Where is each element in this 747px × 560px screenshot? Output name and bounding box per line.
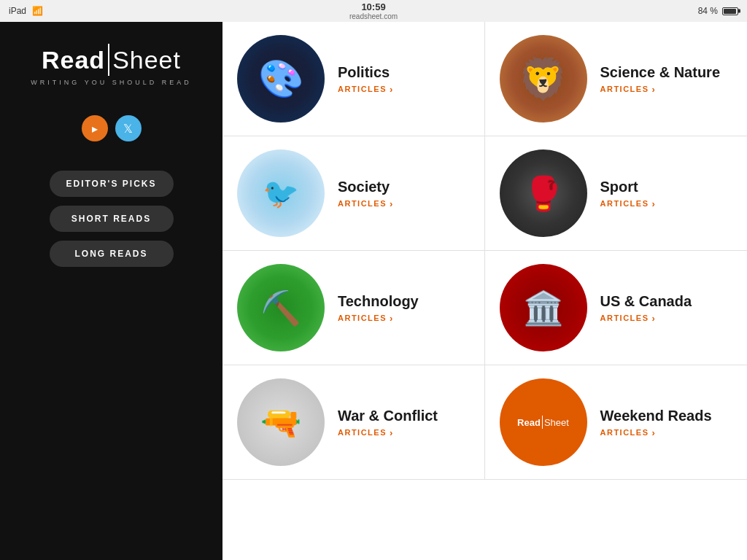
weekend-reads-info: Weekend Reads ARTICLES › xyxy=(600,407,712,438)
war-conflict-articles-label: ARTICLES xyxy=(338,428,387,437)
politics-image xyxy=(237,35,325,122)
category-cell-weekend-reads[interactable]: Read Sheet Weekend Reads ARTICLES › xyxy=(485,365,748,480)
logo-area: Read Sheet Writing You Should Read xyxy=(31,44,191,86)
society-image xyxy=(237,149,325,237)
wifi-icon: 📶 xyxy=(32,6,43,16)
technology-image xyxy=(237,264,325,351)
war-conflict-info: War & Conflict ARTICLES › xyxy=(338,407,438,438)
society-info: Society ARTICLES › xyxy=(338,178,394,209)
category-cell-technology[interactable]: Technology ARTICLES › xyxy=(222,251,485,365)
weekend-logo: Read Sheet xyxy=(500,378,587,466)
weekend-reads-articles-label: ARTICLES xyxy=(600,428,649,437)
status-bar: iPad 📶 10:59 readsheet.com 84 % xyxy=(0,0,747,22)
science-name: Science & Nature xyxy=(600,63,721,81)
category-grid: Politics ARTICLES › Science & Nature ART… xyxy=(222,22,747,480)
rss-button[interactable]: ▸ xyxy=(82,115,108,141)
logo-read: Read xyxy=(42,46,105,74)
short-reads-button[interactable]: SHORT READS xyxy=(50,206,174,232)
war-conflict-name: War & Conflict xyxy=(338,407,438,424)
ipad-label: iPad xyxy=(9,6,26,16)
main-content: Politics ARTICLES › Science & Nature ART… xyxy=(222,22,747,560)
social-icons: ▸ 𝕏 xyxy=(82,115,142,141)
science-info: Science & Nature ARTICLES › xyxy=(600,63,721,95)
status-center: 10:59 readsheet.com xyxy=(349,1,398,20)
logo-sheet: Sheet xyxy=(112,46,181,74)
long-reads-button[interactable]: LONG READS xyxy=(50,241,174,267)
status-time: 10:59 xyxy=(349,1,398,12)
twitter-button[interactable]: 𝕏 xyxy=(115,115,142,141)
sidebar: Read Sheet Writing You Should Read ▸ 𝕏 E… xyxy=(0,0,222,560)
us-canada-image xyxy=(500,264,587,351)
weekend-reads-arrow-icon: › xyxy=(652,427,657,438)
sport-articles-label: ARTICLES xyxy=(600,199,649,208)
editors-picks-button[interactable]: EDITOR'S PICKS xyxy=(50,171,174,197)
society-articles-link[interactable]: ARTICLES › xyxy=(338,198,394,209)
category-cell-society[interactable]: Society ARTICLES › xyxy=(222,136,485,251)
status-right: 84 % xyxy=(698,6,738,16)
category-cell-war-conflict[interactable]: War & Conflict ARTICLES › xyxy=(222,365,485,480)
category-cell-sport[interactable]: Sport ARTICLES › xyxy=(485,136,748,251)
technology-articles-link[interactable]: ARTICLES › xyxy=(338,313,419,324)
us-canada-arrow-icon: › xyxy=(652,313,657,324)
category-cell-us-canada[interactable]: US & Canada ARTICLES › xyxy=(485,251,748,365)
technology-arrow-icon: › xyxy=(390,313,394,324)
politics-arrow-icon: › xyxy=(390,84,394,95)
technology-info: Technology ARTICLES › xyxy=(338,292,419,324)
status-url: readsheet.com xyxy=(349,12,398,20)
battery-fill xyxy=(724,9,736,14)
sport-image xyxy=(500,149,587,237)
politics-articles-label: ARTICLES xyxy=(338,85,387,93)
weekend-reads-name: Weekend Reads xyxy=(600,407,712,424)
society-articles-label: ARTICLES xyxy=(338,199,387,208)
society-arrow-icon: › xyxy=(390,198,394,209)
us-canada-name: US & Canada xyxy=(600,292,692,310)
sport-name: Sport xyxy=(600,178,657,195)
weekend-reads-image: Read Sheet xyxy=(500,378,587,466)
logo-divider xyxy=(108,44,109,76)
battery-percentage: 84 % xyxy=(698,6,718,16)
us-canada-info: US & Canada ARTICLES › xyxy=(600,292,692,324)
science-articles-label: ARTICLES xyxy=(600,85,649,93)
weekend-logo-read: Read xyxy=(517,417,541,428)
status-left: iPad 📶 xyxy=(9,6,43,16)
sport-articles-link[interactable]: ARTICLES › xyxy=(600,198,657,209)
us-canada-articles-label: ARTICLES xyxy=(600,314,649,322)
technology-articles-label: ARTICLES xyxy=(338,314,387,322)
logo: Read Sheet xyxy=(42,44,181,76)
politics-articles-link[interactable]: ARTICLES › xyxy=(338,84,394,95)
weekend-logo-sheet: Sheet xyxy=(544,417,569,428)
politics-info: Politics ARTICLES › xyxy=(338,63,394,95)
battery-icon xyxy=(722,7,738,15)
us-canada-articles-link[interactable]: ARTICLES › xyxy=(600,313,692,324)
science-arrow-icon: › xyxy=(652,84,657,95)
politics-name: Politics xyxy=(338,63,394,81)
science-image xyxy=(500,35,587,122)
technology-name: Technology xyxy=(338,292,419,310)
war-conflict-arrow-icon: › xyxy=(390,427,394,438)
war-conflict-image xyxy=(237,378,325,466)
science-articles-link[interactable]: ARTICLES › xyxy=(600,84,721,95)
category-cell-science-nature[interactable]: Science & Nature ARTICLES › xyxy=(485,22,748,136)
weekend-logo-divider xyxy=(542,416,543,429)
war-conflict-articles-link[interactable]: ARTICLES › xyxy=(338,427,438,438)
weekend-logo-text: Read Sheet xyxy=(517,416,569,429)
society-name: Society xyxy=(338,178,394,195)
tagline: Writing You Should Read xyxy=(31,79,191,86)
weekend-reads-articles-link[interactable]: ARTICLES › xyxy=(600,427,712,438)
sport-arrow-icon: › xyxy=(652,198,657,209)
sport-info: Sport ARTICLES › xyxy=(600,178,657,209)
category-cell-politics[interactable]: Politics ARTICLES › xyxy=(222,22,485,136)
